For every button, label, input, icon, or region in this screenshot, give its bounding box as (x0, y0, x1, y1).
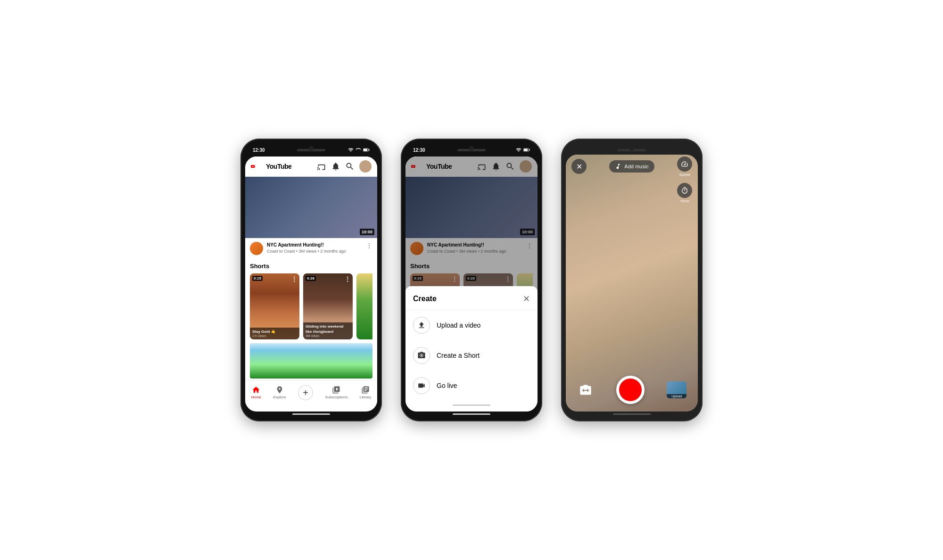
phone-1-status-icons (348, 147, 370, 153)
landscape-thumbnail-1[interactable] (250, 343, 372, 379)
short-1-views: 2.5 views (252, 334, 297, 338)
phone-3-screen: ✕ Add music Speed (566, 155, 698, 412)
camera-close-button[interactable]: ✕ (571, 159, 587, 174)
youtube-logo-icon (251, 162, 264, 171)
phone-2-camera (469, 146, 474, 151)
create-modal-header: Create ✕ (405, 294, 538, 310)
upload-icon (417, 321, 426, 329)
create-modal-short[interactable]: Create a Short (405, 340, 538, 371)
upload-label: Upload (667, 394, 687, 398)
camera-record-dot (619, 379, 642, 401)
short-card-3[interactable] (356, 273, 372, 339)
cast-icon-1[interactable] (317, 162, 326, 171)
camera-upload-area[interactable]: Upload (667, 381, 687, 398)
short-thumb-1: 0:15 ⋮ Stay Gold 🤙 2.5 views (250, 273, 299, 339)
short-1-info: Stay Gold 🤙 2.5 views (250, 328, 299, 339)
short-1-duration: 0:15 (252, 276, 263, 281)
add-music-label: Add music (624, 164, 648, 169)
camera-speed-button[interactable] (677, 156, 692, 172)
camera-right-tools: Timer (677, 183, 692, 203)
shorts-title-1: Shorts (250, 263, 372, 270)
live-icon-circle (413, 377, 430, 394)
bell-icon-1[interactable] (331, 162, 340, 171)
video-duration-1: 10:00 (360, 229, 374, 235)
yt-logo-text-1: YouTube (266, 163, 291, 170)
home-indicator-1 (292, 413, 330, 415)
music-note-icon (615, 163, 621, 170)
yt-logo-1: YouTube (251, 162, 291, 171)
phone-3: ✕ Add music Speed (561, 139, 703, 421)
speed-icon (681, 160, 688, 168)
video-thumbnail-1[interactable]: 10:00 (245, 177, 377, 238)
short-2-duration: 0:28 (306, 276, 316, 281)
live-icon (417, 381, 426, 390)
phones-container: 12:30 YouTube (240, 139, 703, 421)
camera-flip-button[interactable] (577, 381, 594, 398)
avatar-1[interactable] (359, 160, 372, 173)
nav-home-1[interactable]: Home (251, 386, 261, 399)
camera-bottom-bar: Upload (566, 376, 698, 404)
yt-header-icons-1[interactable] (317, 160, 372, 173)
video-thumb-bg-1 (245, 177, 377, 238)
yt-header-1: YouTube (245, 156, 377, 177)
short-2-more[interactable]: ⋮ (345, 276, 350, 282)
camera-speed-tool[interactable]: Speed (677, 156, 692, 177)
upload-thumbnail (667, 381, 687, 394)
nav-library-1[interactable]: Library (360, 386, 371, 399)
video-meta-1: Coast to Coast • 3M views • 2 months ago (267, 249, 362, 254)
home-indicator-3 (613, 413, 651, 415)
nav-add-1[interactable]: + (298, 385, 313, 400)
svg-rect-1 (364, 149, 367, 151)
timer-label: Timer (680, 199, 689, 203)
camera-screen: ✕ Add music Speed (566, 155, 698, 412)
video-details-1: NYC Apartment Hunting!! Coast to Coast •… (267, 242, 362, 254)
phone-3-camera (629, 146, 634, 151)
search-icon-1[interactable] (345, 162, 355, 171)
short-card-2[interactable]: 0:28 ⋮ Gliding into weekend like #longbo… (303, 273, 353, 339)
create-modal-title: Create (413, 295, 437, 303)
svg-rect-6 (524, 149, 528, 151)
video-more-1[interactable]: ⋮ (366, 242, 372, 249)
home-indicator-2 (453, 413, 490, 415)
camera-upload-button[interactable]: Upload (667, 381, 687, 398)
camera-add-music-button[interactable]: Add music (609, 160, 654, 173)
phone-1: 12:30 YouTube (240, 139, 382, 421)
camera-icon (417, 351, 426, 360)
video-title-1[interactable]: NYC Apartment Hunting!! (267, 242, 362, 248)
phone-1-screen: YouTube 10:00 NYC Apartment Hunting!! (245, 156, 377, 412)
upload-video-label: Upload a video (437, 321, 480, 329)
modal-home-indicator (453, 404, 490, 406)
short-thumb-3 (356, 273, 372, 339)
create-modal-live[interactable]: Go live (405, 371, 538, 401)
create-modal-close-btn[interactable]: ✕ (523, 294, 530, 304)
create-modal[interactable]: Create ✕ Upload a video (405, 286, 538, 412)
camera-timer-button[interactable] (677, 183, 692, 198)
camera-record-button[interactable] (616, 376, 645, 404)
phone-2-screen: YouTube 10:00 NYC Apartment Hunting!! (405, 156, 538, 412)
go-live-label: Go live (437, 382, 457, 389)
battery-icon-2 (523, 147, 530, 153)
svg-rect-2 (369, 149, 370, 150)
channel-avatar-1 (250, 242, 263, 255)
timer-icon (681, 187, 688, 194)
nav-explore-label-1: Explore (273, 395, 286, 399)
camera-icon-circle (413, 347, 430, 364)
create-modal-upload[interactable]: Upload a video (405, 310, 538, 340)
nav-add-circle-1[interactable]: + (298, 385, 313, 400)
short-thumb-2: 0:28 ⋮ Gliding into weekend like #longbo… (303, 273, 353, 339)
short-1-more[interactable]: ⋮ (291, 276, 297, 282)
create-modal-overlay[interactable]: Create ✕ Upload a video (405, 156, 538, 412)
camera-timer-tool[interactable]: Timer (677, 183, 692, 203)
nav-subscriptions-label-1: Subscriptions (325, 395, 347, 399)
phone-2-status-icons (516, 147, 530, 153)
phone-2: 12:30 YouTube (401, 139, 542, 421)
create-short-label: Create a Short (437, 352, 480, 359)
nav-library-label-1: Library (360, 395, 371, 399)
short-card-1[interactable]: 0:15 ⋮ Stay Gold 🤙 2.5 views (250, 273, 299, 339)
shorts-row-1: 0:15 ⋮ Stay Gold 🤙 2.5 views 0:28 (250, 273, 372, 339)
short-thumb-third-bg (356, 273, 372, 339)
landscape-thumb-inner (250, 343, 372, 379)
nav-subscriptions-1[interactable]: Subscriptions (325, 386, 347, 399)
speed-label: Speed (679, 173, 690, 177)
nav-explore-1[interactable]: Explore (273, 386, 286, 399)
